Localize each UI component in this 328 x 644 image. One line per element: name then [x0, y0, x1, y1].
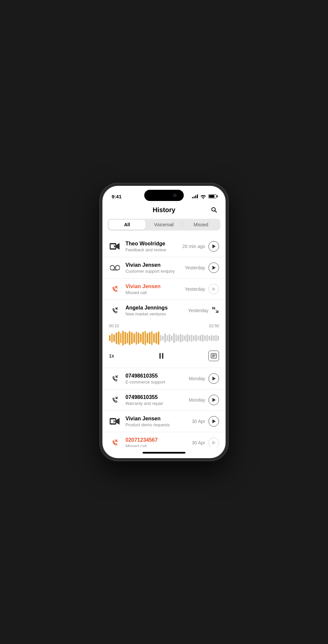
call-subtitle-2: Customer support enquiry: [125, 269, 181, 274]
call-name-7: Vivian Jensen: [125, 416, 189, 422]
play-button-7[interactable]: [208, 416, 219, 427]
phone-frame: 9:41 History: [100, 183, 228, 461]
play-button-1[interactable]: [208, 241, 219, 252]
call-subtitle-4: New market ventures: [125, 311, 185, 316]
call-type-icon-7: [109, 415, 121, 427]
call-type-icon-2: [109, 262, 121, 274]
tab-voicemail[interactable]: Voicemail: [146, 220, 182, 230]
play-icon-8: [212, 441, 216, 445]
call-right-1: 20 min ago: [182, 241, 219, 252]
play-icon-3: [212, 287, 216, 291]
call-right-7: 30 Apr: [192, 416, 219, 427]
screen: 9:41 History: [102, 186, 226, 458]
call-name-2: Vivian Jensen: [125, 262, 181, 268]
header: History: [102, 202, 226, 219]
call-time-7: 30 Apr: [192, 419, 205, 424]
call-info-8: 02071234567 Missed call: [125, 437, 189, 447]
call-type-icon-5: [109, 373, 121, 384]
transcript-button[interactable]: [208, 351, 219, 361]
search-icon: [211, 207, 217, 213]
tab-all[interactable]: All: [109, 220, 146, 230]
missed-call-icon-8: [111, 438, 119, 447]
call-time-5: Monday: [189, 376, 205, 381]
call-info-3: Vivian Jensen Missed call: [125, 284, 181, 295]
total-time: 02:50: [209, 324, 219, 328]
status-time: 9:41: [112, 194, 122, 199]
svg-point-6: [110, 265, 115, 270]
call-type-icon-3: [109, 283, 121, 295]
call-time-8: 30 Apr: [192, 440, 205, 445]
call-item-7[interactable]: Vivian Jensen Product demo requests 30 A…: [102, 411, 226, 432]
call-info-5: 07498610355 E-commerce support: [125, 373, 185, 384]
missed-call-icon: [111, 285, 119, 293]
call-item-4[interactable]: Angela Jennings New market ventures Yest…: [102, 300, 226, 321]
call-item-6[interactable]: 07498610355 Warranty and repair Monday: [102, 389, 226, 411]
svg-marker-3: [116, 243, 120, 250]
call-item-2[interactable]: Vivian Jensen Customer support enquiry Y…: [102, 257, 226, 279]
play-icon-6: [212, 398, 216, 402]
call-type-icon-8: [109, 437, 121, 447]
call-info-4: Angela Jennings New market ventures: [125, 305, 185, 316]
call-info-7: Vivian Jensen Product demo requests: [125, 416, 189, 427]
play-button-8[interactable]: [208, 437, 219, 447]
waveform-bars[interactable]: [109, 330, 219, 346]
call-subtitle-8: Missed call: [125, 444, 189, 447]
play-button-5[interactable]: [208, 373, 219, 384]
waveform-times: 00:10 02:50: [109, 324, 219, 328]
pause-button[interactable]: [159, 353, 163, 359]
call-subtitle-3: Missed call: [125, 290, 181, 295]
incoming-call-icon: [111, 306, 119, 315]
svg-point-7: [115, 265, 120, 270]
svg-marker-25: [116, 418, 120, 425]
video-call-icon: [110, 242, 120, 251]
call-type-icon-4: [109, 305, 121, 316]
battery-fill: [209, 195, 214, 198]
play-button-6[interactable]: [208, 395, 219, 405]
call-item-8[interactable]: 02071234567 Missed call 30 Apr: [102, 432, 226, 447]
speed-button[interactable]: 1x: [109, 353, 114, 359]
play-icon-5: [212, 377, 216, 381]
dynamic-island: [144, 190, 184, 201]
call-item-5[interactable]: 07498610355 E-commerce support Monday: [102, 368, 226, 389]
call-item-3[interactable]: Vivian Jensen Missed call Yesterday: [102, 279, 226, 300]
status-icons: [192, 193, 216, 200]
call-time-4: Yesterday: [188, 308, 208, 313]
call-info-6: 07498610355 Warranty and repair: [125, 394, 185, 406]
transcript-icon: [211, 353, 217, 359]
page-title: History: [153, 206, 176, 214]
call-item-4-expanded: Angela Jennings New market ventures Yest…: [102, 300, 226, 368]
call-subtitle-5: E-commerce support: [125, 380, 185, 384]
call-time-6: Monday: [189, 397, 205, 403]
play-icon-7: [212, 419, 216, 423]
search-button[interactable]: [209, 205, 219, 215]
call-name-1: Theo Woolridge: [125, 241, 179, 247]
call-name-8: 02071234567: [125, 437, 189, 443]
call-right-2: Yesterday: [185, 262, 219, 273]
collapse-button-4[interactable]: [212, 306, 219, 315]
play-button-2[interactable]: [208, 262, 219, 273]
incoming-call-icon-6: [111, 396, 119, 404]
call-info-2: Vivian Jensen Customer support enquiry: [125, 262, 181, 274]
play-icon-2: [212, 266, 216, 270]
call-name-3: Vivian Jensen: [125, 284, 181, 289]
pause-bar-left: [159, 353, 161, 359]
call-subtitle-7: Product demo requests: [125, 422, 189, 427]
tab-missed[interactable]: Missed: [182, 220, 219, 230]
call-type-icon-1: [109, 240, 121, 252]
play-icon-1: [212, 244, 216, 248]
call-type-icon-6: [109, 394, 121, 406]
call-right-8: 30 Apr: [192, 437, 219, 447]
call-right-6: Monday: [189, 395, 219, 405]
call-right-5: Monday: [189, 373, 219, 384]
call-time-3: Yesterday: [185, 286, 205, 292]
call-time-2: Yesterday: [185, 265, 205, 270]
call-right-3: Yesterday: [185, 284, 219, 294]
call-subtitle-6: Warranty and repair: [125, 401, 185, 406]
play-button-3[interactable]: [208, 284, 219, 294]
wifi-icon: [200, 193, 206, 200]
current-time: 00:10: [109, 324, 119, 328]
call-item-1[interactable]: Theo Woolridge Feedback and review 20 mi…: [102, 236, 226, 257]
call-right-4: Yesterday: [188, 306, 219, 315]
call-name-4: Angela Jennings: [125, 305, 185, 311]
call-time-1: 20 min ago: [182, 244, 205, 249]
